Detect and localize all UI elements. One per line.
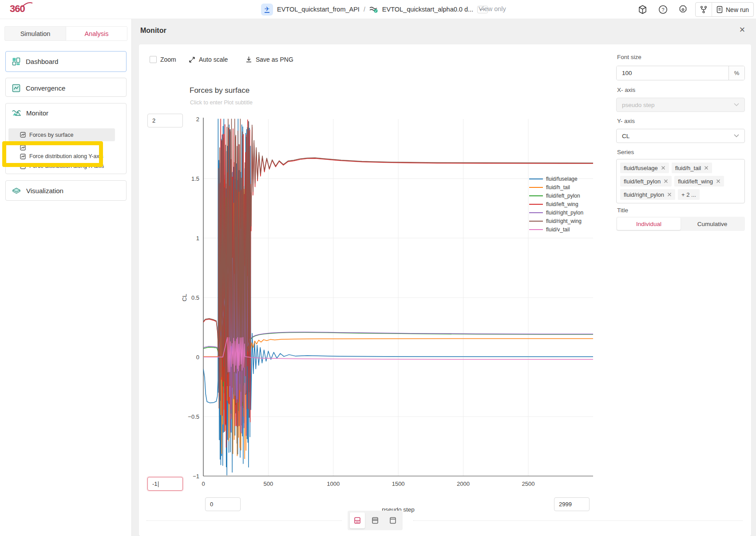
plot-icon: [20, 163, 26, 169]
y-axis-value: CL: [622, 133, 629, 139]
legend-entry: fluid/left_wing: [529, 200, 583, 208]
panel-title: Monitor: [140, 27, 166, 35]
download-icon: [245, 56, 252, 63]
font-size-input[interactable]: [617, 66, 728, 80]
divider: [413, 520, 743, 521]
plot-icon: [20, 154, 26, 159]
legend-swatch: [529, 187, 543, 188]
x-axis-label: X- axis: [617, 87, 635, 93]
series-chip[interactable]: + 2 ...: [678, 189, 700, 200]
svg-text:1000: 1000: [327, 480, 340, 487]
settings-icon[interactable]: [677, 4, 688, 15]
chart-plot[interactable]: 21.510.50−0.5−105001000150020002500CL: [178, 112, 597, 494]
tab-analysis[interactable]: Analysis: [66, 27, 127, 40]
svg-text:500: 500: [264, 480, 273, 487]
auto-scale-button[interactable]: Auto scale: [189, 56, 228, 63]
svg-text:1: 1: [196, 235, 199, 242]
series-chip[interactable]: fluid/left_pylon: [620, 176, 672, 187]
legend-swatch: [529, 229, 543, 230]
fork-icon: [700, 6, 707, 13]
y-axis-label: Y- axis: [617, 118, 635, 124]
legend-swatch: [529, 212, 543, 213]
package-icon[interactable]: [637, 4, 648, 15]
zoom-checkbox[interactable]: [150, 56, 157, 63]
save-png-label: Save as PNG: [256, 56, 293, 63]
monitor-subitem-obscured[interactable]: [8, 143, 115, 152]
chart-title[interactable]: Forces by surface: [190, 86, 249, 95]
series-chip-label: fluid/right_pylon: [624, 191, 664, 198]
layout-three-per-row-button[interactable]: [385, 512, 400, 528]
legend-label: fluid/left_wing: [546, 201, 578, 207]
series-chip[interactable]: fluid/h_tail: [672, 163, 712, 173]
monitor-card: Zoom Auto scale Save as PNG Forces by su…: [139, 44, 751, 536]
dashboard-icon: [12, 57, 20, 66]
legend-entry: fluid/v_tail: [529, 225, 583, 234]
monitor-label: Monitor: [26, 109, 48, 117]
font-size-unit: %: [728, 66, 744, 80]
remove-chip-icon[interactable]: [716, 179, 720, 183]
y-min-value: -1: [152, 480, 158, 487]
x-max-input[interactable]: [554, 497, 590, 511]
tab-simulation[interactable]: Simulation: [5, 27, 66, 40]
series-chip-box[interactable]: fluid/fuselagefluid/h_tailfluid/left_pyl…: [616, 159, 745, 203]
zoom-label: Zoom: [160, 56, 176, 63]
save-png-button[interactable]: Save as PNG: [245, 56, 293, 63]
breadcrumb-project[interactable]: EVTOL_quickstart_from_API: [277, 6, 360, 13]
series-chip-label: fluid/left_wing: [678, 178, 713, 185]
text-cursor: [158, 481, 158, 487]
title-label: Title: [617, 207, 628, 214]
remove-chip-icon[interactable]: [704, 166, 709, 170]
project-plane-icon[interactable]: ✈: [261, 4, 273, 16]
sidebar-item-convergence[interactable]: Convergence: [5, 78, 127, 97]
series-chip[interactable]: fluid/fuselage: [620, 163, 669, 173]
help-icon[interactable]: ?: [657, 4, 668, 15]
close-icon[interactable]: ×: [737, 24, 748, 35]
legend-swatch: [529, 179, 543, 179]
sidebar-item-dashboard[interactable]: Dashboard: [5, 51, 127, 72]
plot-icon: [20, 145, 26, 151]
chart-subtitle-placeholder[interactable]: Click to enter Plot subtitle: [190, 99, 253, 106]
remove-chip-icon[interactable]: [667, 192, 672, 197]
title-option-cumulative[interactable]: Cumulative: [681, 218, 744, 230]
fork-button[interactable]: [696, 3, 712, 16]
legend-entry: fluid/left_pylon: [529, 191, 583, 200]
monitor-subitem[interactable]: Force distribution along Y-axis: [8, 151, 115, 161]
monitor-subitem[interactable]: Forces by surface: [8, 128, 115, 141]
svg-text:0: 0: [196, 354, 199, 361]
divider: [146, 520, 342, 521]
legend-label: fluid/right_pylon: [546, 210, 583, 216]
app-logo[interactable]: 360: [10, 3, 25, 15]
new-run-button[interactable]: New run: [712, 3, 753, 16]
view-only-badge: View only: [479, 5, 506, 12]
monitor-subitem[interactable]: Force distribution along X-axis: [8, 161, 115, 171]
svg-text:−1: −1: [193, 473, 199, 480]
remove-chip-icon[interactable]: [661, 166, 665, 170]
monitor-subitem-label: Force distribution along X-axis: [29, 163, 104, 169]
chevron-down-icon: [734, 134, 739, 138]
visualization-icon: [12, 187, 21, 195]
series-label: Series: [617, 149, 634, 155]
legend-swatch: [529, 195, 543, 196]
series-chip[interactable]: fluid/right_pylon: [620, 189, 675, 200]
x-min-input[interactable]: [205, 497, 241, 511]
convergence-label: Convergence: [26, 84, 65, 92]
run-actions-group: New run: [695, 2, 754, 17]
title-option-individual[interactable]: Individual: [617, 218, 681, 230]
legend-entry: fluid/fuselage: [529, 175, 583, 183]
layout-one-per-row-button[interactable]: [350, 512, 365, 528]
sidebar-item-monitor[interactable]: Monitor Forces by surfaceForce distribut…: [5, 103, 127, 174]
convergence-icon: [12, 84, 20, 92]
x-axis-value: pseudo step: [622, 102, 655, 108]
remove-chip-icon[interactable]: [664, 179, 668, 183]
zoom-toggle[interactable]: Zoom: [150, 56, 176, 63]
legend-swatch: [529, 204, 543, 205]
series-chip[interactable]: fluid/left_wing: [674, 176, 724, 187]
series-chip-label: fluid/fuselage: [624, 165, 658, 171]
monitor-subitem-label: Forces by surface: [29, 132, 73, 138]
breadcrumb-run[interactable]: EVTOL_quickstart_alpha0.0 d...: [382, 6, 473, 13]
legend-label: fluid/v_tail: [546, 226, 570, 233]
sidebar-item-visualization[interactable]: Visualization: [5, 180, 127, 201]
svg-text:0: 0: [202, 480, 205, 487]
layout-two-per-row-button[interactable]: [368, 512, 383, 528]
y-axis-select[interactable]: CL: [616, 129, 745, 143]
